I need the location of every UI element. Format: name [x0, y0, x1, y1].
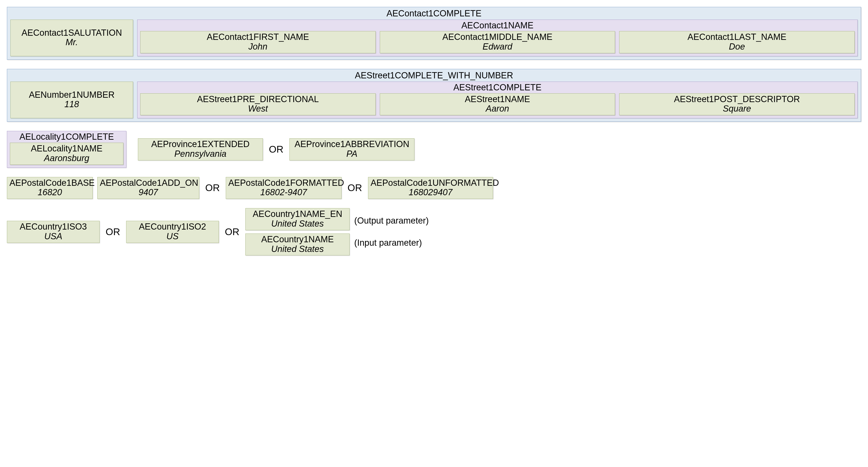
field-country-name-en: AECountry1NAME_EN United States	[245, 208, 350, 230]
frame-street-complete-with-number: AEStreet1COMPLETE_WITH_NUMBER AENumber1N…	[7, 69, 861, 122]
field-country-iso3: AECountry1ISO3 USA	[7, 221, 100, 243]
or-label: OR	[223, 227, 241, 237]
field-name: AECountry1NAME	[248, 235, 347, 244]
row-locality-province: AELocality1COMPLETE AELocality1NAME Aaro…	[7, 131, 861, 168]
field-name: AEContact1LAST_NAME	[622, 32, 852, 42]
label-street-complete: AEStreet1COMPLETE	[140, 83, 855, 93]
field-postal-addon: AEPostalCode1ADD_ON 9407	[97, 177, 199, 199]
or-label: OR	[268, 144, 285, 154]
field-value: Square	[622, 104, 852, 114]
field-value: USA	[9, 232, 97, 241]
field-name: AENumber1NUMBER	[13, 90, 130, 100]
field-last-name: AEContact1LAST_NAME Doe	[619, 31, 855, 53]
label-contact-complete: AEContact1COMPLETE	[10, 8, 858, 19]
field-salutation: AEContact1SALUTATION Mr.	[10, 20, 133, 56]
field-name: AEStreet1NAME	[382, 95, 613, 104]
field-value: US	[129, 232, 216, 241]
field-country-name: AECountry1NAME United States	[245, 234, 350, 256]
country-notes: (Output parameter) (Input parameter)	[354, 216, 429, 248]
row-street: AEStreet1COMPLETE_WITH_NUMBER AENumber1N…	[7, 69, 861, 122]
field-value: 9407	[100, 188, 197, 197]
frame-contact-name: AEContact1NAME AEContact1FIRST_NAME John…	[137, 20, 858, 56]
field-value: United States	[248, 219, 347, 229]
field-name: AELocality1NAME	[12, 144, 121, 154]
frame-locality-complete: AELocality1COMPLETE AELocality1NAME Aaro…	[7, 131, 126, 168]
note-output-parameter: (Output parameter)	[354, 216, 429, 226]
field-value: Edward	[382, 42, 613, 52]
field-postal-base: AEPostalCode1BASE 16820	[7, 177, 93, 199]
field-province-abbreviation: AEProvince1ABBREVIATION PA	[289, 138, 414, 160]
field-value: 16820	[9, 188, 90, 197]
field-value: 16802-9407	[228, 188, 339, 197]
field-name: AECountry1ISO3	[9, 222, 97, 232]
row-postal: AEPostalCode1BASE 16820 AEPostalCode1ADD…	[7, 177, 861, 199]
field-name: AECountry1NAME_EN	[248, 209, 347, 219]
field-name: AEContact1FIRST_NAME	[143, 32, 373, 42]
field-name: AEProvince1ABBREVIATION	[292, 139, 412, 149]
field-province-extended: AEProvince1EXTENDED Pennsylvania	[138, 138, 263, 160]
field-name: AEPostalCode1ADD_ON	[100, 178, 197, 188]
field-name: AEPostalCode1UNFORMATTED	[371, 178, 491, 188]
field-value: Mr.	[13, 38, 130, 47]
field-name: AEProvince1EXTENDED	[141, 139, 260, 149]
field-name: AEStreet1PRE_DIRECTIONAL	[143, 95, 373, 104]
diagram-root: AEContact1COMPLETE AEContact1SALUTATION …	[0, 0, 868, 269]
label-street-complete-with-number: AEStreet1COMPLETE_WITH_NUMBER	[10, 70, 858, 81]
field-street-number: AENumber1NUMBER 118	[10, 81, 133, 118]
field-name: AECountry1ISO2	[129, 222, 216, 232]
field-name: AEContact1MIDDLE_NAME	[382, 32, 613, 42]
field-value: Aaronsburg	[12, 154, 121, 163]
field-street-pre-directional: AEStreet1PRE_DIRECTIONAL West	[140, 93, 376, 115]
field-value: Doe	[622, 42, 852, 52]
field-middle-name: AEContact1MIDDLE_NAME Edward	[380, 31, 615, 53]
field-value: West	[143, 104, 373, 114]
field-value: 168029407	[371, 188, 491, 197]
field-value: 118	[13, 100, 130, 109]
field-value: PA	[292, 149, 412, 159]
field-postal-unformatted: AEPostalCode1UNFORMATTED 168029407	[368, 177, 493, 199]
field-value: Aaron	[382, 104, 613, 114]
label-contact-name: AEContact1NAME	[140, 21, 855, 30]
frame-contact-complete: AEContact1COMPLETE AEContact1SALUTATION …	[7, 7, 861, 60]
country-name-stack: AECountry1NAME_EN United States AECountr…	[245, 208, 350, 256]
field-name: AEContact1SALUTATION	[13, 28, 130, 38]
or-label: OR	[104, 227, 122, 237]
field-street-post-descriptor: AEStreet1POST_DESCRIPTOR Square	[619, 93, 855, 115]
field-value: John	[143, 42, 373, 52]
note-input-parameter: (Input parameter)	[354, 238, 429, 248]
field-name: AEPostalCode1FORMATTED	[228, 178, 339, 188]
row-country: AECountry1ISO3 USA OR AECountry1ISO2 US …	[7, 208, 861, 256]
field-value: United States	[248, 244, 347, 254]
field-name: AEPostalCode1BASE	[9, 178, 90, 188]
field-country-iso2: AECountry1ISO2 US	[126, 221, 219, 243]
field-value: Pennsylvania	[141, 149, 260, 159]
or-label: OR	[204, 183, 221, 193]
field-street-name: AEStreet1NAME Aaron	[380, 93, 615, 115]
or-label: OR	[346, 183, 364, 193]
field-name: AEStreet1POST_DESCRIPTOR	[622, 95, 852, 104]
field-postal-formatted: AEPostalCode1FORMATTED 16802-9407	[226, 177, 342, 199]
label-locality-complete: AELocality1COMPLETE	[10, 132, 123, 142]
row-contact: AEContact1COMPLETE AEContact1SALUTATION …	[7, 7, 861, 60]
field-first-name: AEContact1FIRST_NAME John	[140, 31, 376, 53]
field-locality-name: AELocality1NAME Aaronsburg	[10, 143, 123, 165]
frame-street-complete: AEStreet1COMPLETE AEStreet1PRE_DIRECTION…	[137, 81, 858, 118]
